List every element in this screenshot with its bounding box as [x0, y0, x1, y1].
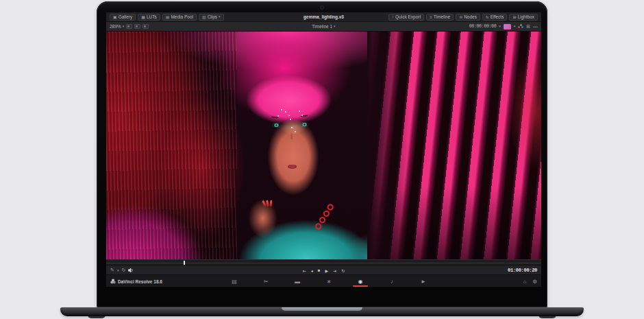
subject-eyebrow	[271, 116, 278, 118]
home-button[interactable]: ⌂	[523, 279, 527, 285]
annotation-pen-button[interactable]: ✎	[110, 268, 114, 273]
viewer-zoom-select[interactable]: 289% ▾	[110, 24, 124, 29]
cut-page-icon: ✂	[264, 279, 269, 285]
media-page-icon: ▤	[232, 279, 237, 285]
stop-button[interactable]: ■	[318, 268, 321, 272]
clips-button[interactable]: ▥ Clips ▾	[199, 14, 224, 21]
source-timecode: 00:00:00:00	[469, 24, 497, 29]
settings-button[interactable]: ⚙	[532, 279, 537, 285]
tab-edit[interactable]: ▬	[293, 275, 302, 287]
chevron-down-icon: ▾	[499, 25, 501, 28]
viewer-mode-button-3[interactable]	[143, 24, 149, 29]
viewer-image[interactable]	[106, 32, 541, 259]
top-toolbar: ▣ Gallery ▦ LUTs ▤ Media Pool ▥ Clips ▾ …	[106, 12, 541, 22]
effects-label: Effects	[491, 14, 504, 19]
viewer-toolbar-right: 00:00:00:00 ▾ ▾ ⊞ •••	[469, 24, 538, 29]
more-options-button[interactable]: •••	[533, 25, 538, 29]
chevron-down-icon: ▾	[334, 25, 336, 28]
luts-icon: ▦	[141, 14, 145, 19]
subject-eye	[301, 123, 308, 126]
tab-color[interactable]: ◉	[356, 275, 365, 287]
skip-to-start-button[interactable]: ⇤	[303, 268, 306, 273]
app-version-label: DaVinci Resolve 18.6	[118, 279, 162, 284]
timeline-icon: ≡	[430, 15, 432, 19]
webcam-icon	[321, 6, 323, 9]
tab-deliver[interactable]: ►	[419, 275, 428, 287]
viewer-tools: ✎ ▾ ↻	[110, 265, 134, 275]
loop-toggle-button[interactable]: ↻	[121, 268, 125, 273]
color-management-icon[interactable]	[518, 24, 523, 29]
subject-nails	[263, 200, 272, 206]
viewer-mode-button-1[interactable]	[126, 24, 132, 29]
quick-export-label: Quick Export	[395, 14, 421, 19]
page-navigation-bar: DaVinci Resolve 18.6 ▤ ✂ ▬ ∗ ◉	[106, 274, 541, 287]
viewer-toolbar: 289% ▾ Timeline 1 ▾ 00:00:00:00 ▾ ▾ ⊞ ••…	[106, 22, 541, 32]
background-fur-texture	[106, 32, 237, 259]
red-chain-necklace	[314, 203, 335, 231]
chevron-down-icon: ▾	[117, 269, 119, 272]
fusion-page-icon: ∗	[327, 279, 332, 285]
gallery-label: Gallery	[119, 14, 133, 19]
system-buttons: ⌂ ⚙	[523, 275, 537, 287]
play-button[interactable]: ▶	[325, 268, 328, 273]
project-title: gemma_lighting.v3	[304, 14, 344, 19]
chevron-down-icon: ▾	[514, 25, 516, 28]
transport-controls: ⇤ ◂ ■ ▶ ⇥ ↻	[303, 265, 345, 275]
viewer-mode-button-2[interactable]	[134, 24, 140, 29]
subject-eye	[273, 123, 280, 127]
media-pool-label: Media Pool	[171, 14, 193, 19]
transport-bar: ✎ ▾ ↻ ⇤ ◂ ■ ▶ ⇥ ↻ 01:00:00:20	[106, 265, 541, 274]
subject-eyebrow	[301, 115, 308, 117]
lightbox-icon: ⊞	[512, 14, 516, 19]
toolbar-left-group: ▣ Gallery ▦ LUTs ▤ Media Pool ▥ Clips ▾	[110, 14, 224, 21]
app-brand: DaVinci Resolve 18.6	[110, 275, 162, 287]
luts-label: LUTs	[147, 14, 157, 19]
face-pearls	[281, 109, 282, 110]
media-pool-icon: ▤	[166, 14, 170, 19]
loop-playback-button[interactable]: ↻	[341, 268, 345, 273]
gallery-button[interactable]: ▣ Gallery	[110, 14, 136, 21]
luts-button[interactable]: ▦ LUTs	[138, 14, 160, 21]
lightbox-button[interactable]: ⊞ Lightbox	[509, 14, 538, 21]
lightbox-label: Lightbox	[517, 14, 534, 19]
page-tabs: ▤ ✂ ▬ ∗ ◉ ♪ ►	[230, 275, 428, 287]
davinci-resolve-window: ▣ Gallery ▦ LUTs ▤ Media Pool ▥ Clips ▾ …	[106, 12, 541, 287]
toolbar-right-group: ↑ Quick Export ≡ Timeline ⊚ Nodes fx Eff…	[388, 14, 538, 21]
skip-to-end-button[interactable]: ⇥	[333, 268, 336, 273]
nodes-icon: ⊚	[459, 14, 462, 19]
tab-cut[interactable]: ✂	[261, 275, 271, 287]
tab-fairlight[interactable]: ♪	[387, 275, 397, 287]
gallery-icon: ▣	[113, 14, 117, 19]
effects-button[interactable]: fx Effects	[482, 14, 507, 21]
media-pool-button[interactable]: ▤ Media Pool	[162, 14, 197, 21]
record-timecode: 01:00:00:20	[508, 265, 537, 275]
color-page-icon: ◉	[358, 279, 363, 285]
nodes-button[interactable]: ⊚ Nodes	[456, 14, 480, 21]
tab-fusion[interactable]: ∗	[324, 275, 334, 287]
timeline-button[interactable]: ≡ Timeline	[426, 14, 454, 21]
audio-mute-button[interactable]	[128, 268, 134, 274]
subject-lips	[288, 165, 297, 169]
nodes-label: Nodes	[464, 14, 477, 19]
timeline-selector[interactable]: Timeline 1 ▾	[312, 24, 335, 29]
lid-thumb-scoop	[282, 307, 362, 311]
tab-media[interactable]: ▤	[230, 275, 239, 287]
step-back-button[interactable]: ◂	[311, 268, 313, 273]
edit-page-icon: ▬	[295, 279, 300, 285]
speaker-icon	[128, 268, 134, 273]
chevron-down-icon: ▾	[219, 15, 221, 19]
subject-nose-shadow	[290, 130, 293, 139]
background-fur-stripes	[367, 32, 541, 259]
quick-export-button[interactable]: ↑ Quick Export	[388, 14, 424, 21]
timeline-scrub-bar[interactable]	[106, 259, 541, 265]
viewer-zoom-value: 289%	[110, 24, 121, 29]
quick-export-icon: ↑	[392, 15, 394, 19]
deliver-page-icon: ►	[421, 279, 426, 285]
macbook-pro-scene: ▣ Gallery ▦ LUTs ▤ Media Pool ▥ Clips ▾ …	[0, 0, 644, 319]
active-page-underline	[353, 285, 368, 287]
clip-thumbnail-icon[interactable]	[504, 24, 511, 29]
timeline-selector-label: Timeline 1	[312, 24, 332, 29]
grid-view-icon[interactable]: ⊞	[526, 24, 530, 29]
clips-icon: ▥	[202, 14, 206, 19]
fairlight-page-icon: ♪	[391, 279, 393, 285]
